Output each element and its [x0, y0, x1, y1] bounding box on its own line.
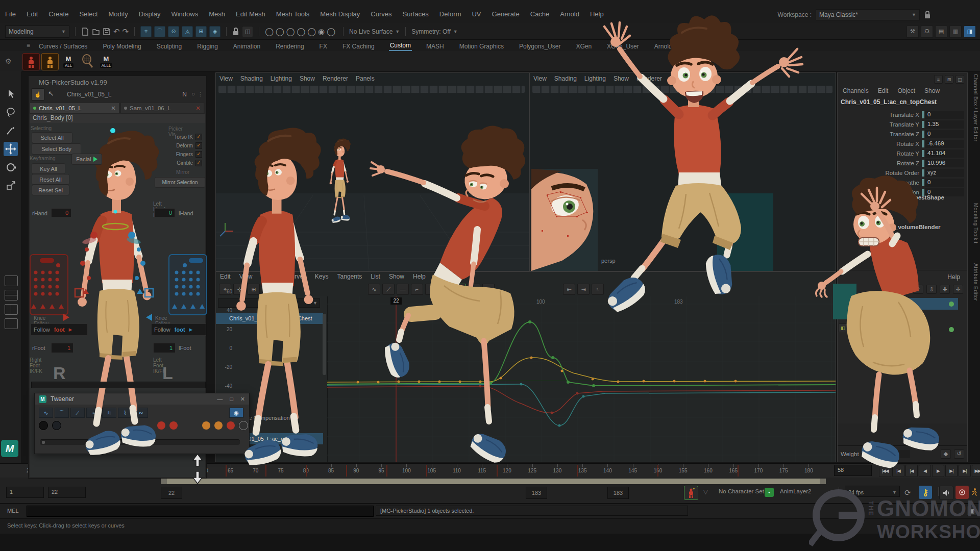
- outliner-filter-field[interactable]: ▼: [218, 298, 320, 308]
- save-scene-icon[interactable]: [103, 27, 111, 36]
- tweener-slider[interactable]: [40, 439, 240, 445]
- picker-namespace-toggle[interactable]: N: [182, 91, 187, 98]
- tweener-titlebar[interactable]: M Tweener — □ ✕: [35, 393, 249, 405]
- knee-follow-right-arrow[interactable]: [63, 314, 69, 321]
- menu-item[interactable]: File: [5, 10, 16, 18]
- step-tangent-icon[interactable]: ⌐: [411, 284, 423, 295]
- picker-tab[interactable]: Sam_v01_06_L ✕: [120, 103, 204, 114]
- menu-item[interactable]: Arnold: [560, 10, 579, 18]
- channel-row[interactable]: Breathe0: [838, 178, 967, 187]
- menu-item[interactable]: Create: [48, 10, 68, 18]
- checkbox-checked[interactable]: ✓: [195, 151, 202, 158]
- weight-field[interactable]: 1.00: [862, 450, 910, 458]
- viewport-menu-item[interactable]: Shading: [554, 75, 577, 82]
- linear-tangent-icon[interactable]: ⟋: [382, 284, 395, 295]
- menu-item[interactable]: Surfaces: [403, 10, 429, 18]
- move-tool-icon[interactable]: [4, 142, 18, 156]
- mel-label[interactable]: MEL: [7, 508, 19, 514]
- key-all-button[interactable]: Key All: [32, 163, 65, 174]
- picker-shelf-red-icon[interactable]: [22, 53, 40, 70]
- symmetry-field[interactable]: Symmetry: Off: [411, 28, 450, 35]
- rfoot-field[interactable]: 1: [51, 343, 74, 353]
- close-icon[interactable]: ✕: [240, 396, 245, 403]
- insert-key-icon[interactable]: ⊹: [233, 284, 246, 295]
- channel-row[interactable]: Rotate X-6.469: [838, 139, 967, 148]
- reset-all-button[interactable]: Reset All: [32, 174, 69, 185]
- blend-node-label[interactable]: chest_volumeBlender: [879, 224, 941, 230]
- select-body-button[interactable]: Select Body: [32, 143, 81, 155]
- channel-row[interactable]: Translate Z0: [838, 129, 967, 139]
- viewport-right-toolbar[interactable]: [532, 86, 832, 93]
- tween-pose-dark-button[interactable]: [39, 421, 48, 430]
- shelf-tab[interactable]: Rendering: [275, 42, 305, 51]
- shelf-gear-icon[interactable]: ⚙: [5, 57, 12, 65]
- shelf-menu-icon[interactable]: ≡: [27, 42, 30, 49]
- vis-option[interactable]: Fingers✓: [153, 150, 202, 159]
- channel-row[interactable]: Rotate Y41.104: [838, 148, 967, 158]
- flat-tangent-icon[interactable]: —: [397, 284, 409, 295]
- playback-button[interactable]: ▶: [932, 465, 944, 477]
- current-frame-field[interactable]: 58: [834, 465, 872, 476]
- tween-pose-dark-button[interactable]: [52, 421, 61, 430]
- paint-select-tool-icon[interactable]: [4, 123, 18, 138]
- menu-item[interactable]: Deform: [439, 10, 461, 18]
- tweener-window[interactable]: M Tweener — □ ✕ ∿ ⌒ ⟋ ⌁ ≋ ⌇ ∾ ◉: [34, 393, 250, 454]
- shelf-m-all-icon[interactable]: MALL: [60, 53, 77, 69]
- stacked-view-icon[interactable]: ▤: [454, 284, 466, 295]
- shelf-tab[interactable]: Polygons_User: [518, 42, 561, 51]
- menu-set-select[interactable]: Modeling ▼: [5, 26, 69, 38]
- checkbox-checked[interactable]: ✓: [195, 134, 202, 140]
- live-surface-field[interactable]: No Live Surface: [349, 28, 393, 35]
- shelf-racket-icon[interactable]: [79, 53, 95, 69]
- menu-item[interactable]: Modify: [109, 10, 128, 18]
- anim-end-field[interactable]: 183: [607, 487, 629, 499]
- tween-pose-red-button[interactable]: [157, 421, 165, 430]
- playback-button[interactable]: ▶|: [945, 465, 958, 477]
- lfoot-field[interactable]: 1: [153, 343, 176, 353]
- viewport-left[interactable]: [215, 72, 529, 271]
- checkbox-checked[interactable]: ✓: [195, 160, 202, 166]
- plateau-tangent-icon[interactable]: ⌣: [425, 284, 437, 295]
- viewport-menu-item[interactable]: Panels: [670, 75, 689, 82]
- snap-curve-icon[interactable]: ⌒: [154, 26, 165, 37]
- tween-curve-button[interactable]: ⌒: [55, 408, 69, 418]
- picker-shelf-orange-icon[interactable]: [41, 53, 59, 70]
- facial-button[interactable]: Facial: [71, 154, 102, 165]
- graph-menu-item[interactable]: List: [371, 273, 380, 280]
- graph-curves[interactable]: [327, 296, 836, 462]
- layer-zero-key-icon[interactable]: ◧: [839, 311, 847, 319]
- playback-start-field[interactable]: 22: [48, 487, 86, 498]
- select-all-button[interactable]: Select All: [32, 132, 72, 143]
- channel-row[interactable]: Translate X0: [838, 110, 967, 119]
- layout-four-pane-icon[interactable]: [5, 290, 18, 300]
- graph-menu-item[interactable]: Curves: [287, 273, 306, 280]
- menu-item[interactable]: Edit: [27, 10, 38, 18]
- hand-cursor-icon[interactable]: ☝: [31, 88, 44, 101]
- graph-menu-item[interactable]: View: [239, 273, 253, 280]
- close-icon[interactable]: ✕: [195, 105, 201, 112]
- curve-filter-icon[interactable]: ≈: [592, 284, 604, 295]
- picker-body-header[interactable]: Chris_Body [0]: [30, 114, 205, 123]
- layer-empty-icon[interactable]: ✚: [940, 285, 950, 294]
- tween-eye-button[interactable]: ◉: [229, 408, 243, 418]
- menu-item[interactable]: Select: [79, 10, 97, 18]
- follow-left-select[interactable]: Follow foot ▶: [151, 323, 206, 336]
- shelf-tab[interactable]: Rigging: [196, 42, 219, 51]
- menu-item[interactable]: Mesh Tools: [276, 10, 310, 18]
- make-live-icon[interactable]: ◈: [209, 26, 220, 37]
- layer-move-up-icon[interactable]: ⇧: [913, 285, 923, 294]
- graph-menu-item[interactable]: Keys: [315, 273, 329, 280]
- viewport-right[interactable]: persp: [529, 72, 836, 271]
- viewport-menu-item[interactable]: Lighting: [271, 75, 292, 82]
- snap-grid-icon[interactable]: ⌗: [140, 26, 152, 37]
- picker-tab-active[interactable]: Chris_v01_05_L ✕: [30, 103, 119, 114]
- shelf-tab[interactable]: Animation: [232, 42, 261, 51]
- break-tangent-icon[interactable]: ✂: [468, 284, 480, 295]
- playback-button[interactable]: |◀: [905, 465, 918, 477]
- channel-menu-item[interactable]: Show: [924, 87, 940, 94]
- shelf-m-alll-icon[interactable]: MALLL: [98, 53, 114, 69]
- right-finger-grid[interactable]: [30, 254, 68, 315]
- spline-tangent-icon[interactable]: ∿: [368, 284, 380, 295]
- left-finger-grid[interactable]: [168, 254, 207, 315]
- mel-input[interactable]: [27, 506, 374, 517]
